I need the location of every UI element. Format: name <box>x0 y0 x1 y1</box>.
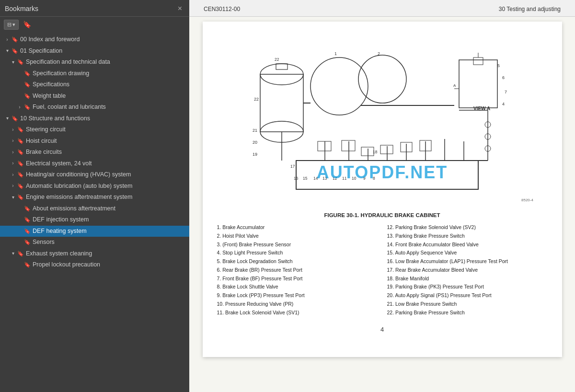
figure-container: 22 21 20 19 1 2 5 <box>217 31 548 316</box>
bookmark-icon: 🔖 <box>24 104 31 111</box>
bookmark-icon: 🔖 <box>24 261 31 268</box>
expand-icon: › <box>10 172 16 178</box>
svg-rect-0 <box>219 31 545 208</box>
part-item: 10. Pressure Reducing Valve (PR) <box>217 300 378 308</box>
expand-icon: › <box>10 160 16 167</box>
bookmark-icon: 🔖 <box>17 58 24 66</box>
bookmark-item-fuel-coolant[interactable]: › 🔖 Fuel, coolant and lubricants <box>0 102 189 113</box>
bookmark-item-propel-lockout[interactable]: 🔖 Propel lockout precaution <box>0 259 189 271</box>
bookmark-item-steering[interactable]: › 🔖 Steering circuit <box>0 124 189 136</box>
bookmark-icon: 🔖 <box>24 81 31 88</box>
bookmark-item-hvac[interactable]: › 🔖 Heating/air conditioning (HVAC) syst… <box>0 169 189 181</box>
svg-text:15: 15 <box>303 176 308 181</box>
bookmark-item-autolube[interactable]: › 🔖 Automatic lubrication (auto lube) sy… <box>0 181 189 192</box>
parts-col-left: 1. Brake Accumulator2. Hoist Pilot Valve… <box>217 224 378 316</box>
doc-header: CEN30112-00 30 Testing and adjusting <box>189 0 575 17</box>
bookmark-item-hoist[interactable]: › 🔖 Hoist circuit <box>0 136 189 147</box>
bookmark-icon: 🔖 <box>17 149 24 156</box>
bookmark-item-spec-draw[interactable]: 🔖 Specification drawing <box>0 68 189 80</box>
bookmark-view-button[interactable]: 🔖 <box>21 19 34 30</box>
svg-text:1: 1 <box>334 51 337 56</box>
item-label: 01 Specification <box>20 47 186 56</box>
item-label: Sensors <box>33 238 186 247</box>
part-item: 16. Low Brake Accumulator (LAP1) Pressur… <box>387 258 548 265</box>
item-label: DEF heating system <box>33 227 186 236</box>
expand-icon: › <box>10 127 16 133</box>
part-item: 1. Brake Accumulator <box>217 224 378 231</box>
svg-text:19: 19 <box>253 152 257 157</box>
panel-title: Bookmarks <box>5 5 38 12</box>
expand-icon: › <box>4 36 11 43</box>
figure-caption: FIGURE 30-1. HYDRAULIC BRAKE CABINET <box>324 212 440 218</box>
part-item: 11. Brake Lock Solenoid Valve (SV1) <box>217 309 378 317</box>
bookmark-icon: 🔖 <box>17 250 24 257</box>
bookmark-icon: 🔖 <box>17 160 24 167</box>
expand-icon: › <box>16 104 23 111</box>
expand-icon: › <box>10 138 16 144</box>
page-number: 4 <box>217 326 548 333</box>
close-button[interactable]: × <box>175 4 184 13</box>
part-item: 9. Brake Lock (PP3) Pressure Test Port <box>217 292 378 300</box>
item-label: Fuel, coolant and lubricants <box>33 103 186 112</box>
bookmark-item-index[interactable]: › 🔖 00 Index and foreword <box>0 34 189 46</box>
bookmark-item-def-injection[interactable]: 🔖 DEF injection system <box>0 214 189 226</box>
part-item: 2. Hoist Pilot Valve <box>217 232 378 240</box>
part-item: 6. Rear Brake (BR) Pressure Test Port <box>217 266 378 274</box>
expand-icon: ▾ <box>4 47 11 54</box>
part-item: 5. Brake Lock Degradation Switch <box>217 258 378 265</box>
bookmark-tree: › 🔖 00 Index and foreword ▾ 🔖 01 Specifi… <box>0 32 189 392</box>
bookmark-item-sensors[interactable]: 🔖 Sensors <box>0 237 189 248</box>
bookmark-icon: 🔖 <box>12 36 18 43</box>
svg-text:13: 13 <box>322 176 327 181</box>
item-label: Steering circuit <box>26 126 186 134</box>
bookmark-item-specifications[interactable]: 🔖 Specifications <box>0 79 189 91</box>
bookmark-icon: 🔖 <box>24 70 31 77</box>
part-item: 22. Parking Brake Pressure Switch <box>387 309 548 317</box>
bookmark-icon: 🔖 <box>24 228 31 235</box>
svg-text:10: 10 <box>352 176 356 181</box>
bookmark-icon: 🔖 <box>24 205 31 212</box>
bookmark-item-electrical[interactable]: › 🔖 Electrical system, 24 volt <box>0 158 189 170</box>
expand-icon: › <box>10 183 16 189</box>
svg-text:17: 17 <box>290 164 295 169</box>
expand-icon: ▾ <box>10 59 16 66</box>
expand-icon: ▾ <box>4 115 11 122</box>
svg-text:6: 6 <box>502 75 505 80</box>
bookmark-item-exhaust-clean[interactable]: ▾ 🔖 Exhaust system cleaning <box>0 248 189 260</box>
bookmark-item-brake[interactable]: › 🔖 Brake circuits <box>0 147 189 158</box>
doc-content[interactable]: AUTOPDF.NET 22 21 20 19 <box>189 17 575 392</box>
expand-arrow: ▾ <box>12 22 15 28</box>
doc-section: 30 Testing and adjusting <box>499 6 561 12</box>
parts-col-right: 12. Parking Brake Solenoid Valve (SV2)13… <box>387 224 548 316</box>
expand-all-button[interactable]: ⊟ ▾ <box>4 20 19 30</box>
hydraulic-diagram: 22 21 20 19 1 2 5 <box>219 31 545 208</box>
bookmark-item-spec[interactable]: ▾ 🔖 01 Specification <box>0 46 189 57</box>
svg-text:22: 22 <box>275 57 279 62</box>
bookmark-item-spec-tech[interactable]: ▾ 🔖 Specification and technical data <box>0 57 189 68</box>
doc-page: AUTOPDF.NET 22 21 20 19 <box>203 22 562 357</box>
bookmark-icon: 🔖 <box>24 92 31 100</box>
panel-toolbar: ⊟ ▾ 🔖 <box>0 17 189 32</box>
svg-text:8520-4: 8520-4 <box>521 198 533 202</box>
bookmark-item-weight-table[interactable]: 🔖 Weight table <box>0 91 189 102</box>
bookmark-item-def-heating[interactable]: 🔖 DEF heating system <box>0 226 189 237</box>
item-label: Electrical system, 24 volt <box>26 160 186 168</box>
item-label: Automatic lubrication (auto lube) system <box>26 182 186 191</box>
item-label: Propel lockout precaution <box>33 261 186 269</box>
svg-text:14: 14 <box>313 176 318 181</box>
svg-text:21: 21 <box>253 128 257 133</box>
expand-icon: ▾ <box>10 250 16 257</box>
bookmark-item-struct-func[interactable]: ▾ 🔖 10 Structure and functions <box>0 113 189 125</box>
bookmark-item-about-emissions[interactable]: 🔖 About emissions aftertreatment <box>0 203 189 215</box>
item-label: Specification and technical data <box>26 58 186 67</box>
svg-text:22: 22 <box>254 97 259 102</box>
part-item: 15. Auto Apply Sequence Valve <box>387 249 548 257</box>
part-item: 12. Parking Brake Solenoid Valve (SV2) <box>387 224 548 231</box>
bookmark-item-emissions[interactable]: ▾ 🔖 Engine emissions aftertreatment syst… <box>0 192 189 203</box>
bookmark-icon: 🔖 <box>17 194 24 201</box>
bookmark-icon: 🔖 <box>24 216 31 223</box>
bookmark-icon: 🔖 <box>17 171 24 178</box>
item-label: 10 Structure and functions <box>20 115 186 123</box>
svg-text:9: 9 <box>363 176 366 181</box>
item-label: About emissions aftertreatment <box>33 205 186 213</box>
